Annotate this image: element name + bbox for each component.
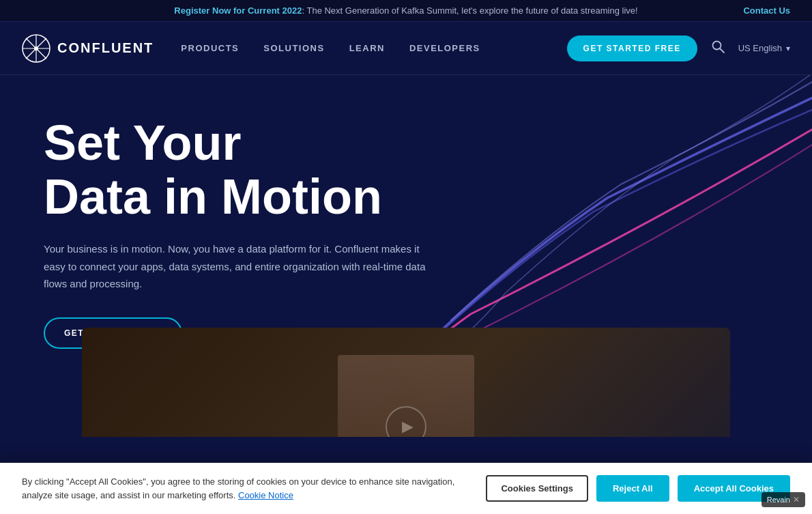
nav-developers[interactable]: Developers	[409, 43, 480, 53]
nav-right: Get Started Free US English ▾	[567, 35, 790, 61]
svg-line-7	[720, 49, 724, 53]
reject-all-button[interactable]: Reject All	[596, 475, 669, 502]
nav-links: Products Solutions Learn Developers	[181, 43, 566, 53]
language-selector[interactable]: US English ▾	[738, 43, 790, 53]
announcement-link[interactable]: Register Now for Current 2022	[174, 5, 302, 16]
nav-learn[interactable]: Learn	[349, 43, 385, 53]
cookie-buttons: Cookies Settings Reject All Accept All C…	[486, 475, 790, 502]
svg-point-6	[712, 42, 721, 50]
hero-section: Set Your Data in Motion Your business is…	[0, 75, 812, 437]
headline-line1: Set Your	[44, 116, 453, 170]
hero-subtext: Your business is in motion. Now, you hav…	[44, 240, 426, 293]
headline-line2: Data in Motion	[44, 170, 453, 224]
language-label: US English	[738, 43, 782, 53]
cookies-settings-button[interactable]: Cookies Settings	[486, 475, 588, 502]
revain-close-icon[interactable]: ✕	[793, 495, 800, 504]
video-section: ▶	[82, 328, 730, 437]
hero-headline: Set Your Data in Motion	[44, 116, 453, 224]
announcement-text: Register Now for Current 2022: The Next …	[174, 5, 637, 16]
logo-icon	[22, 34, 50, 63]
revain-label: Revain	[767, 496, 790, 504]
video-background: ▶	[82, 328, 730, 437]
nav-solutions[interactable]: Solutions	[263, 43, 324, 53]
logo-text: CONFLUENT	[57, 40, 154, 56]
announcement-bar: Register Now for Current 2022: The Next …	[0, 0, 812, 22]
navbar: CONFLUENT Products Solutions Learn Devel…	[0, 22, 812, 75]
person-image	[338, 355, 474, 437]
logo-area[interactable]: CONFLUENT	[22, 34, 154, 63]
announcement-detail: : The Next Generation of Kafka Summit, l…	[302, 5, 637, 16]
revain-badge: Revain ✕	[762, 492, 805, 507]
nav-products[interactable]: Products	[181, 43, 239, 53]
cookie-banner: By clicking "Accept All Cookies", you ag…	[0, 463, 812, 514]
contact-us-link[interactable]: Contact Us	[743, 5, 790, 16]
chevron-down-icon: ▾	[786, 44, 790, 53]
get-started-button[interactable]: Get Started Free	[567, 35, 697, 61]
search-icon[interactable]	[711, 40, 725, 57]
cookie-text: By clicking "Accept All Cookies", you ag…	[22, 475, 465, 502]
cookie-notice-link[interactable]: Cookie Notice	[238, 490, 293, 500]
